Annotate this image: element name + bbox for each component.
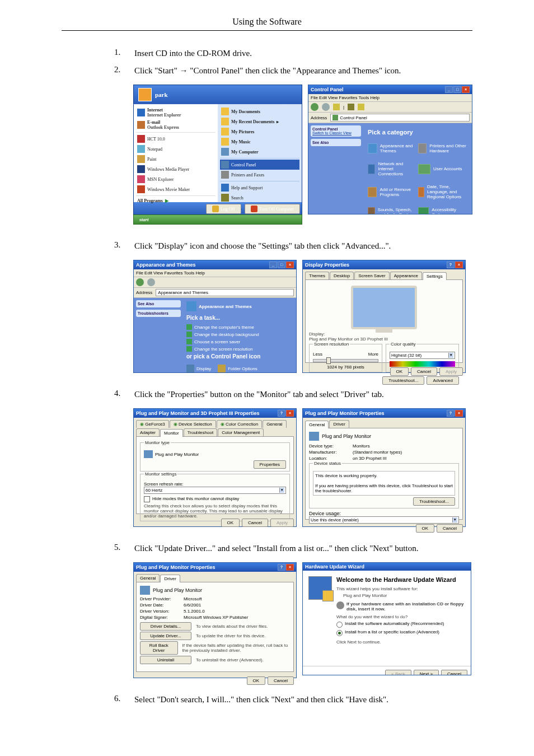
start-item-all-programs[interactable]: All Programs ▶ [136,197,216,204]
cpicon-folder[interactable]: Folder Options [218,365,257,372]
window-buttons[interactable]: _□× [444,86,470,93]
logoff-button[interactable]: Log Off [206,204,241,214]
start-item-email[interactable]: E-mailOutlook Express [136,119,216,131]
troubleshoot-button[interactable]: Troubleshoot... [413,497,455,506]
turnoff-button[interactable]: Turn Off Computer [245,204,300,214]
next-button[interactable]: Next > [414,670,439,675]
cat-datetime[interactable]: Date, Time, Language, and Regional Optio… [418,184,467,199]
cat-appearance[interactable]: Appearance and Themes [368,143,417,153]
minimize-icon[interactable]: _ [445,86,453,93]
close-icon[interactable]: × [462,86,470,93]
tab-settings[interactable]: Settings [423,272,447,280]
tab-screensaver[interactable]: Screen Saver [354,272,389,279]
cancel-button[interactable]: Cancel [268,676,294,685]
apply-button[interactable]: Apply [270,519,294,527]
help-icon[interactable]: ? [447,410,455,417]
uninstall-button[interactable]: Uninstall [140,656,191,664]
start-item-help[interactable]: Help and Support [220,183,299,193]
help-icon[interactable]: ? [447,262,455,268]
start-item-mypics[interactable]: My Pictures [220,127,299,137]
cat-users[interactable]: User Accounts [418,161,467,176]
driver-details-button[interactable]: Driver Details... [140,622,191,631]
cancel-button[interactable]: Cancel [242,519,268,527]
cancel-button[interactable]: Cancel [437,524,463,533]
tab-themes[interactable]: Themes [305,272,329,279]
close-icon[interactable]: × [286,410,294,417]
forward-icon[interactable] [322,103,330,111]
start-item-notepad[interactable]: Notepad [136,144,216,154]
task-res[interactable]: Change the screen resolution [186,346,293,352]
menubar[interactable]: File Edit View Favorites Tools Help [308,94,472,102]
start-item-hct[interactable]: HCT 10.0 [136,134,216,144]
back-button[interactable]: < Back [385,670,411,675]
close-icon[interactable]: × [286,262,294,268]
help-icon[interactable]: ? [278,564,285,571]
start-item-mycomp[interactable]: My Computer [220,147,299,157]
start-item-msn[interactable]: MSN Explorer [136,174,216,184]
address-value[interactable]: Control Panel [340,115,367,120]
minimize-icon[interactable]: _ [269,262,277,268]
tab-geforce[interactable]: ◉ GeForce3 [136,420,169,428]
tab-monitor[interactable]: Monitor [160,429,183,437]
ok-button[interactable]: OK [390,367,409,376]
wizard-option-auto[interactable]: Install the software automatically (Reco… [336,621,465,628]
hide-modes-checkbox[interactable] [144,496,150,502]
back-icon[interactable] [311,103,318,111]
cat-addremove[interactable]: Add or Remove Programs [368,184,417,199]
back-icon[interactable] [136,278,144,286]
help-icon[interactable]: ? [278,410,285,417]
cat-printers[interactable]: Printers and Other Hardware [418,143,467,153]
color-quality-select[interactable]: Highest (32 bit)▾ [390,352,455,359]
slider-thumb-icon[interactable] [326,357,331,364]
tab-color-correction[interactable]: ◉ Color Correction [217,420,262,428]
start-item-mymusic[interactable]: My Music [220,137,299,147]
close-icon[interactable]: × [455,262,463,268]
tab-general[interactable]: General [263,420,286,428]
close-icon[interactable]: × [455,410,463,417]
start-item-recent[interactable]: My Recent Documents ▸ [220,116,299,127]
start-item-printers[interactable]: Printers and Faxes [220,170,299,180]
rollback-driver-button[interactable]: Roll Back Driver [140,641,178,655]
start-item-paint[interactable]: Paint [136,154,216,164]
refresh-rate-select[interactable]: 60 Hertz▾ [144,487,286,494]
troubleshoot-button[interactable]: Troubleshoot... [382,376,424,385]
advanced-button[interactable]: Advanced [427,376,459,385]
start-button[interactable]: start [133,214,302,225]
start-item-search[interactable]: Search [220,193,299,203]
tab-driver[interactable]: Driver [160,575,180,582]
maximize-icon[interactable]: □ [278,262,285,268]
start-item-wmm[interactable]: Windows Movie Maker [136,184,216,194]
start-item-cpanel[interactable]: Control Panel [220,160,299,170]
menubar[interactable]: File Edit View Favorites Tools Help [134,269,296,277]
ok-button[interactable]: OK [416,524,435,533]
tab-appearance[interactable]: Appearance [390,272,422,279]
maximize-icon[interactable]: □ [453,86,461,93]
close-icon[interactable]: × [286,564,294,571]
cat-sounds[interactable]: Sounds, Speech, and Audio Devices [368,207,417,214]
resolution-slider[interactable] [313,359,378,362]
switch-classic-link[interactable]: Switch to Classic View [312,131,352,135]
tab-troubleshoot[interactable]: Troubleshoot [184,428,217,436]
up-icon[interactable] [333,104,340,110]
tab-general[interactable]: General [136,574,160,582]
cancel-button[interactable]: Cancel [441,670,467,675]
tab-general[interactable]: General [305,421,329,428]
wizard-option-list[interactable]: Install from a list or specific location… [336,629,465,636]
cat-access[interactable]: Accessibility Options [418,207,467,214]
ok-button[interactable]: OK [247,676,266,685]
task-bg[interactable]: Change the desktop background [186,332,293,337]
tab-adapter[interactable]: Adapter [136,428,160,436]
task-ss[interactable]: Choose a screen saver [186,339,293,344]
update-driver-button[interactable]: Update Driver... [140,632,191,640]
search-icon[interactable] [348,104,354,110]
tab-desktop[interactable]: Desktop [330,272,354,279]
tab-device-selection[interactable]: ◉ Device Selection [170,420,216,428]
start-item-wmp[interactable]: Windows Media Player [136,164,216,174]
folders-icon[interactable] [358,104,364,110]
cat-network[interactable]: Network and Internet Connections [368,161,417,176]
start-item-mydocs[interactable]: My Documents [220,106,299,116]
forward-icon[interactable] [147,278,155,286]
tab-color-mgmt[interactable]: Color Management [218,428,264,436]
apply-button[interactable]: Apply [439,367,463,376]
start-item-internet[interactable]: InternetInternet Explorer [136,106,216,119]
